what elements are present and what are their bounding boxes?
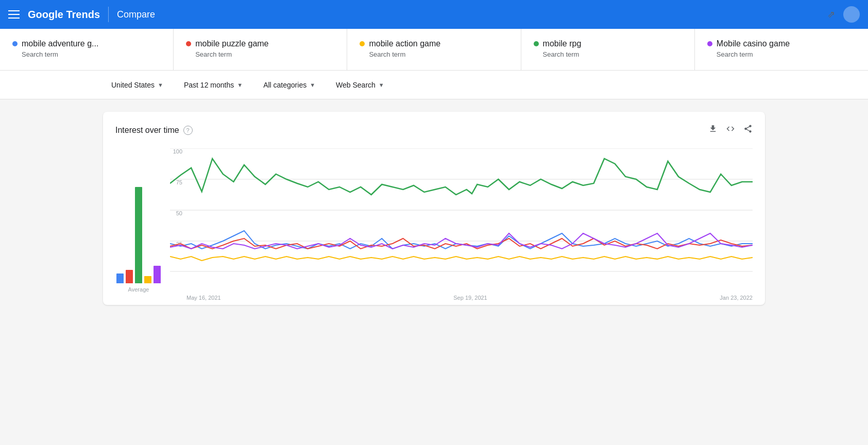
avatar[interactable]: [843, 6, 860, 23]
term-type-action: Search term: [360, 50, 508, 58]
x-label-may: May 16, 2021: [186, 295, 221, 301]
card-title: Interest over time: [115, 126, 179, 135]
search-term-item-rpg[interactable]: mobile rpg Search term: [521, 29, 695, 70]
header-right: ⇗: [827, 6, 860, 23]
header-share-button[interactable]: ⇗: [827, 9, 835, 20]
chart-area: Average 100 75 50 25: [115, 148, 753, 293]
bar-action: [144, 276, 151, 283]
term-type-rpg: Search term: [534, 50, 682, 58]
location-label: United States: [111, 81, 155, 89]
average-bar-chart: Average: [115, 160, 162, 293]
period-filter[interactable]: Past 12 months ▼: [176, 77, 251, 93]
bar-rpg: [135, 187, 142, 283]
term-dot-puzzle: [186, 41, 191, 46]
period-arrow-icon: ▼: [237, 82, 243, 88]
search-term-item-adventure[interactable]: mobile adventure g... Search term: [0, 29, 174, 70]
card-header: Interest over time ?: [115, 124, 753, 136]
compare-label: Compare: [117, 9, 155, 20]
main-content: Interest over time ?: [0, 99, 868, 317]
header-left: Google Trends Compare: [8, 7, 155, 22]
x-label-sep: Sep 19, 2021: [453, 295, 487, 301]
header-divider: [108, 7, 109, 22]
term-dot-rpg: [534, 41, 539, 46]
location-filter[interactable]: United States ▼: [103, 77, 172, 93]
term-dot-casino: [707, 41, 712, 46]
search-term-item-casino[interactable]: Mobile casino game Search term: [695, 29, 868, 70]
search-type-arrow-icon: ▼: [379, 82, 384, 88]
embed-button[interactable]: [726, 124, 735, 136]
download-button[interactable]: [708, 124, 718, 136]
term-type-casino: Search term: [707, 50, 856, 58]
search-type-label: Web Search: [336, 81, 376, 89]
bars-container: [116, 160, 161, 283]
help-icon[interactable]: ?: [183, 126, 193, 135]
line-action: [170, 256, 753, 261]
bar-puzzle: [126, 270, 133, 283]
interest-over-time-card: Interest over time ?: [103, 112, 765, 305]
term-name-rpg: mobile rpg: [543, 39, 582, 48]
category-arrow-icon: ▼: [310, 82, 315, 88]
x-labels: May 16, 2021 Sep 19, 2021 Jan 23, 2022: [170, 293, 753, 301]
term-name-action: mobile action game: [369, 39, 440, 48]
google-trends-logo: Google Trends: [28, 9, 100, 21]
category-filter[interactable]: All categories ▼: [255, 77, 324, 93]
bar-adventure: [116, 273, 124, 283]
search-terms-bar: mobile adventure g... Search term mobile…: [0, 29, 868, 71]
category-label: All categories: [263, 81, 307, 89]
search-type-filter[interactable]: Web Search ▼: [328, 77, 393, 93]
line-chart-container: 100 75 50 25: [170, 148, 753, 293]
line-rpg: [170, 159, 753, 195]
line-chart-svg: [170, 148, 753, 272]
menu-icon[interactable]: [8, 10, 20, 19]
term-type-puzzle: Search term: [186, 50, 334, 58]
term-type-adventure: Search term: [12, 50, 161, 58]
line-puzzle: [170, 238, 753, 249]
term-name-puzzle: mobile puzzle game: [195, 39, 268, 48]
filters-bar: United States ▼ Past 12 months ▼ All cat…: [0, 71, 868, 99]
average-label: Average: [128, 286, 149, 293]
term-name-casino: Mobile casino game: [717, 39, 790, 48]
location-arrow-icon: ▼: [158, 82, 163, 88]
chart-svg-wrap: [170, 148, 753, 293]
header: Google Trends Compare ⇗: [0, 0, 868, 29]
term-dot-action: [360, 41, 365, 46]
bar-casino: [154, 266, 161, 283]
term-name-adventure: mobile adventure g...: [22, 39, 98, 48]
search-term-item-action[interactable]: mobile action game Search term: [347, 29, 521, 70]
card-actions: [708, 124, 753, 136]
term-dot-adventure: [12, 41, 18, 46]
chart-with-axis: 100 75 50 25: [170, 148, 753, 293]
period-label: Past 12 months: [184, 81, 234, 89]
share-button[interactable]: [743, 124, 753, 136]
card-title-row: Interest over time ?: [115, 126, 193, 135]
search-term-item-puzzle[interactable]: mobile puzzle game Search term: [174, 29, 347, 70]
x-label-jan: Jan 23, 2022: [720, 295, 753, 301]
